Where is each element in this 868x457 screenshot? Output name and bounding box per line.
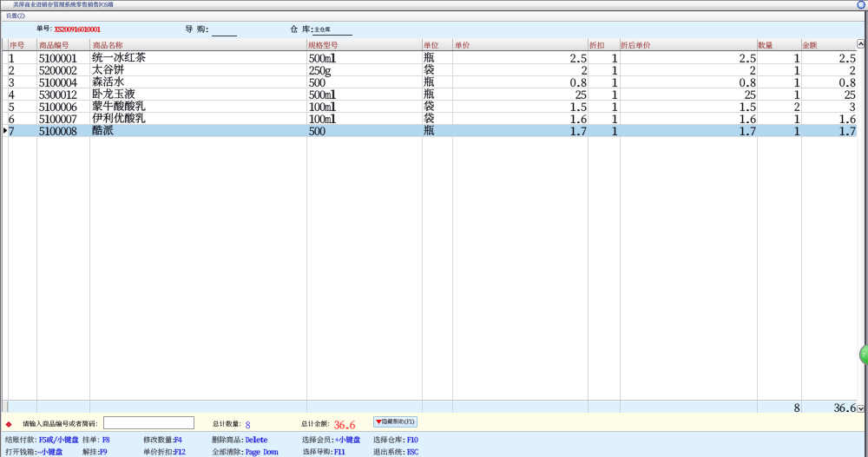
- svg-text:7: 7: [862, 352, 865, 358]
